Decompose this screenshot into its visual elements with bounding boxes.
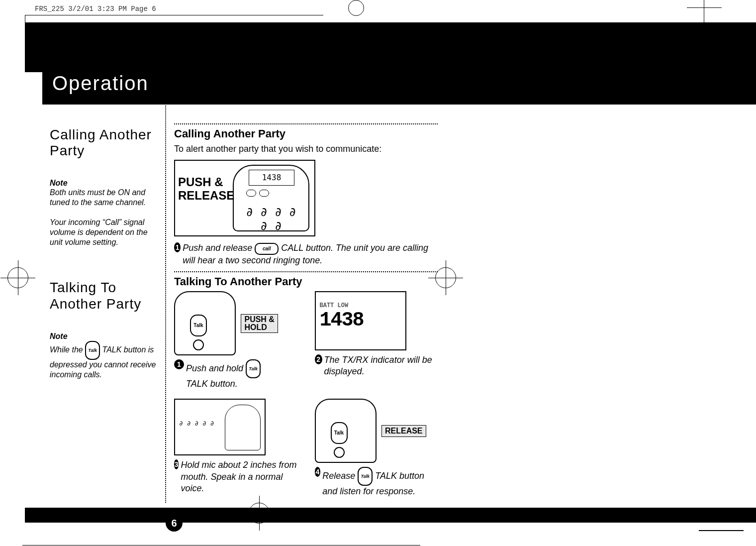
step-text: Push and release call CALL button. The u… xyxy=(183,242,438,266)
talk-button-icon: Talk xyxy=(85,341,100,360)
step-number-badge: 1 xyxy=(174,242,181,252)
section-heading-talking: Talking To Another Party xyxy=(174,275,438,288)
radio-illustration: Talk xyxy=(315,399,377,463)
sidebar: Calling Another Party Note Both units mu… xyxy=(50,127,159,380)
section-intro: To alert another party that you wish to … xyxy=(174,143,438,155)
step-number-badge: 4 xyxy=(315,467,321,477)
radio-lcd: 1438 xyxy=(249,170,294,186)
crop-target-icon xyxy=(348,0,364,16)
figure-push-release-radio: PUSH & RELEASE 1438 ∂ ∂ ∂ ∂ ∂ ∂ xyxy=(174,160,315,236)
print-header: FRS_225 3/2/01 3:23 PM Page 6 xyxy=(35,5,156,13)
registration-mark-icon xyxy=(7,267,28,288)
crop-mark xyxy=(699,30,744,31)
step-row: ∂ ∂ ∂ ∂ ∂ 3 Hold mic about 2 inches from… xyxy=(174,399,438,497)
figure-lcd: BATT LOW 1438 xyxy=(315,291,406,350)
step-text: The TX/RX indicator will be displayed. xyxy=(324,354,438,378)
page-title: Operation xyxy=(42,60,756,105)
step-number-badge: 3 xyxy=(174,459,179,469)
talk-button-icon: Talk xyxy=(246,359,261,378)
note-text: Your incoming “Call” signal volume is de… xyxy=(50,218,159,247)
section-heading-calling: Calling Another Party xyxy=(174,127,438,140)
divider xyxy=(174,123,438,124)
figure-label-push-hold: PUSH &HOLD xyxy=(241,314,278,333)
step-text: Hold mic about 2 inches from mouth. Spea… xyxy=(181,459,297,494)
crop-mark xyxy=(22,545,420,546)
talk-button-icon: Talk xyxy=(358,467,373,486)
crop-mark xyxy=(25,15,25,22)
call-button-icon: call xyxy=(255,243,279,255)
sidebar-heading-calling: Calling Another Party xyxy=(50,127,159,159)
main-content: Calling Another Party To alert another p… xyxy=(174,123,438,498)
step-number-badge: 2 xyxy=(315,354,322,364)
talk-button-icon: Talk xyxy=(331,422,348,444)
note-label: Note xyxy=(50,179,159,188)
lcd-header-text: BATT LOW xyxy=(320,302,401,309)
crop-mark xyxy=(25,15,323,15)
note-text: Both units must be ON and tuned to the s… xyxy=(50,188,159,208)
step-number-badge: 1 xyxy=(174,359,184,369)
registration-mark-icon xyxy=(435,267,456,288)
step-text: Release Talk TALK button and listen for … xyxy=(322,467,438,497)
figure-label-release: RELEASE xyxy=(178,189,234,202)
radio-illustration: Talk xyxy=(174,291,236,355)
note-label: Note xyxy=(50,332,159,341)
crop-mark xyxy=(699,530,744,531)
lcd-value: 1438 xyxy=(320,309,364,331)
step-row: Talk PUSH &HOLD 1 Push and hold Talk TAL… xyxy=(174,291,438,390)
sidebar-heading-talking: Talking To Another Party xyxy=(50,280,159,312)
figure-speak: ∂ ∂ ∂ ∂ ∂ xyxy=(174,399,266,455)
figure-label-release: RELEASE xyxy=(381,425,426,437)
page-number: 6 xyxy=(166,515,183,532)
talk-button-icon: Talk xyxy=(190,315,207,336)
figure-label-push: PUSH & xyxy=(178,175,223,189)
note-text: While the Talk TALK button is depressed … xyxy=(50,341,159,380)
step-text: Push and hold Talk TALK button. xyxy=(186,359,261,390)
vertical-divider xyxy=(165,100,167,503)
divider xyxy=(174,271,438,272)
footer-band xyxy=(25,508,756,523)
radio-illustration: 1438 ∂ ∂ ∂ ∂ ∂ ∂ xyxy=(233,165,309,231)
